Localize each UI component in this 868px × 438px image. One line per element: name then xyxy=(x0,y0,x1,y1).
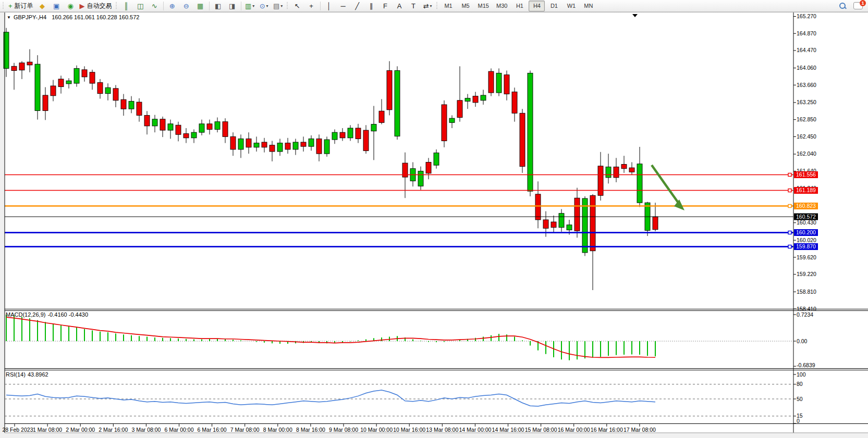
svg-text:10 Mar 16:00: 10 Mar 16:00 xyxy=(393,427,425,433)
svg-text:6 Mar 00:00: 6 Mar 00:00 xyxy=(164,427,193,433)
macd-indicator-label: MACD(12,26,9)-0.4160 -0.4430 xyxy=(6,311,90,318)
svg-text:6 Mar 16:00: 6 Mar 16:00 xyxy=(198,427,227,433)
svg-text:164.060: 164.060 xyxy=(797,65,816,71)
rsi-indicator-label: RSI(14)43.8962 xyxy=(6,371,51,378)
collapse-triangle-icon[interactable]: ▼ xyxy=(7,15,11,20)
svg-text:164.470: 164.470 xyxy=(797,47,816,53)
svg-text:0: 0 xyxy=(797,418,800,424)
svg-text:158.810: 158.810 xyxy=(797,289,816,295)
macd-name: MACD(12,26,9) xyxy=(6,311,45,318)
svg-text:8 Mar 00:00: 8 Mar 00:00 xyxy=(263,427,292,433)
svg-text:160.020: 160.020 xyxy=(797,237,816,243)
svg-text:10 Mar 00:00: 10 Mar 00:00 xyxy=(360,427,393,433)
chart-title: ▼GBPJPY-,H4 160.266 161.061 160.228 160.… xyxy=(7,14,141,20)
svg-text:100: 100 xyxy=(797,371,806,378)
svg-text:159.620: 159.620 xyxy=(797,254,816,260)
svg-text:14 Mar 16:00: 14 Mar 16:00 xyxy=(492,427,524,433)
svg-text:1 Mar 08:00: 1 Mar 08:00 xyxy=(33,427,62,433)
svg-text:162.850: 162.850 xyxy=(797,116,816,122)
svg-text:161.556: 161.556 xyxy=(796,171,816,178)
rsi-name: RSI(14) xyxy=(6,371,26,378)
svg-text:28 Feb 2023: 28 Feb 2023 xyxy=(3,427,33,433)
svg-text:9 Mar 08:00: 9 Mar 08:00 xyxy=(329,427,358,433)
svg-text:2 Mar 16:00: 2 Mar 16:00 xyxy=(99,427,128,433)
svg-text:160.823: 160.823 xyxy=(796,203,816,209)
svg-text:162.040: 162.040 xyxy=(797,151,816,157)
rsi-value: 43.8962 xyxy=(28,371,48,378)
macd-pane[interactable] xyxy=(5,311,793,368)
chart-title-symbol: GBPJPY-,H4 xyxy=(14,14,46,20)
svg-text:0.7234: 0.7234 xyxy=(797,311,813,318)
svg-text:15 Mar 08:00: 15 Mar 08:00 xyxy=(525,427,557,433)
svg-text:160.572: 160.572 xyxy=(796,214,816,220)
svg-text:163.250: 163.250 xyxy=(797,99,816,105)
svg-text:160.200: 160.200 xyxy=(796,229,816,235)
svg-text:80: 80 xyxy=(797,381,803,387)
svg-text:159.870: 159.870 xyxy=(796,243,816,249)
svg-text:7 Mar 08:00: 7 Mar 08:00 xyxy=(230,427,260,433)
svg-text:3 Mar 08:00: 3 Mar 08:00 xyxy=(131,427,161,433)
svg-text:-0.6839: -0.6839 xyxy=(797,362,815,368)
svg-text:17 Mar 08:00: 17 Mar 08:00 xyxy=(624,427,656,433)
main-chart-pane[interactable] xyxy=(5,12,793,309)
svg-text:161.189: 161.189 xyxy=(796,187,816,193)
svg-text:14 Mar 00:00: 14 Mar 00:00 xyxy=(459,427,491,433)
svg-text:162.450: 162.450 xyxy=(797,133,816,140)
svg-text:163.660: 163.660 xyxy=(797,82,816,88)
chart-canvas[interactable]: 165.270164.870164.470164.060163.660163.2… xyxy=(0,0,868,438)
svg-text:159.220: 159.220 xyxy=(797,271,816,277)
svg-text:160.430: 160.430 xyxy=(797,219,816,226)
svg-text:13 Mar 08:00: 13 Mar 08:00 xyxy=(426,427,458,433)
svg-text:0.00: 0.00 xyxy=(797,338,808,344)
svg-text:2 Mar 00:00: 2 Mar 00:00 xyxy=(66,427,95,433)
chart-title-ohlc: 160.266 161.061 160.228 160.572 xyxy=(52,14,139,20)
macd-values: -0.4160 -0.4430 xyxy=(47,311,88,318)
svg-text:50: 50 xyxy=(797,396,803,402)
svg-text:8 Mar 16:00: 8 Mar 16:00 xyxy=(296,427,325,433)
svg-text:16 Mar 00:00: 16 Mar 00:00 xyxy=(558,427,590,433)
svg-text:165.270: 165.270 xyxy=(797,13,816,19)
mt4-window: +新订单◆▣◉▶自动交易║◫∿⊕⊖▦◧◨▥▾⊙▾▤▾↖+│─╱∥FAT⇄▾M1M… xyxy=(0,0,868,438)
svg-text:164.870: 164.870 xyxy=(797,30,816,36)
svg-text:16 Mar 16:00: 16 Mar 16:00 xyxy=(591,427,623,433)
